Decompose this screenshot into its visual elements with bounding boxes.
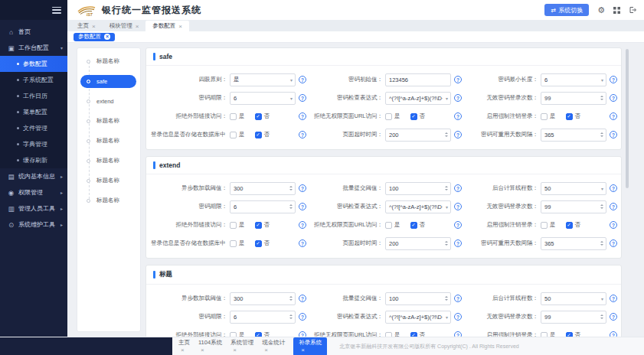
step-down-icon[interactable]	[600, 207, 603, 209]
close-icon[interactable]: ×	[92, 23, 96, 30]
help-icon[interactable]	[454, 131, 462, 138]
help-icon[interactable]	[610, 221, 617, 229]
step-up-icon[interactable]	[289, 314, 293, 316]
help-icon[interactable]	[454, 76, 462, 83]
checkbox-checked[interactable]	[255, 132, 262, 138]
help-icon[interactable]	[610, 331, 617, 337]
help-icon[interactable]	[454, 203, 462, 210]
step-up-icon[interactable]	[600, 132, 603, 134]
step-down-icon[interactable]	[600, 99, 603, 100]
checkbox-option[interactable]: 否	[255, 331, 270, 337]
step-up-icon[interactable]	[445, 241, 448, 243]
step-up-icon[interactable]	[600, 241, 603, 243]
step-down-icon[interactable]	[445, 135, 448, 137]
help-icon[interactable]	[454, 221, 462, 229]
checkbox-option[interactable]: 是	[230, 239, 245, 247]
help-icon[interactable]	[299, 313, 306, 321]
help-icon[interactable]	[454, 94, 462, 102]
stepper-icons[interactable]	[289, 293, 293, 305]
step-up-icon[interactable]	[289, 296, 293, 298]
checkbox-option[interactable]: 否	[255, 239, 270, 247]
help-icon[interactable]	[299, 331, 306, 337]
anchor-nav-item[interactable]: 标题名称	[77, 171, 140, 191]
checkbox-option[interactable]: 是	[385, 112, 400, 120]
help-icon[interactable]	[299, 295, 306, 302]
number-input[interactable]: 100	[385, 182, 451, 195]
step-up-icon[interactable]	[445, 296, 448, 298]
select-input[interactable]: 是	[230, 73, 296, 86]
number-input[interactable]: 200	[385, 129, 451, 142]
checkbox[interactable]	[230, 113, 237, 120]
anchor-nav-item[interactable]: safe	[77, 71, 140, 91]
checkbox-option[interactable]: 否	[566, 221, 581, 229]
help-icon[interactable]	[299, 131, 306, 138]
checkbox-option[interactable]: 是	[230, 112, 245, 120]
logout-icon[interactable]	[629, 6, 636, 14]
chip-close-icon[interactable]: ×	[104, 34, 110, 40]
step-down-icon[interactable]	[289, 189, 293, 191]
checkbox[interactable]	[230, 222, 237, 229]
checkbox[interactable]	[541, 222, 548, 229]
step-down-icon[interactable]	[445, 244, 448, 246]
sidebar-collapse-icon[interactable]	[52, 7, 61, 14]
checkbox-option[interactable]: 否	[566, 112, 581, 120]
help-icon[interactable]	[610, 112, 617, 120]
anchor-nav-item[interactable]: 标题名称	[77, 131, 140, 151]
help-icon[interactable]	[299, 94, 306, 102]
help-icon[interactable]	[610, 239, 617, 247]
stepper-icons[interactable]	[289, 183, 293, 194]
checkbox-option[interactable]: 否	[566, 331, 581, 337]
sidebar-subitem[interactable]: 参数配置	[0, 56, 67, 72]
checkbox-checked[interactable]	[566, 113, 573, 120]
help-icon[interactable]	[299, 203, 306, 210]
step-up-icon[interactable]	[600, 204, 603, 206]
checkbox-option[interactable]: 是	[541, 112, 556, 120]
step-down-icon[interactable]	[600, 244, 603, 246]
step-up-icon[interactable]	[445, 132, 448, 134]
checkbox-option[interactable]: 是	[230, 331, 245, 337]
help-icon[interactable]	[610, 313, 617, 321]
number-input[interactable]: 365	[541, 129, 606, 142]
sidebar-subitem[interactable]: 字典管理	[0, 136, 67, 152]
checkbox-checked[interactable]	[255, 222, 262, 229]
number-input[interactable]: 99	[541, 311, 606, 324]
sidebar-item-maintenance[interactable]: ⊙系统维护工具▸	[0, 217, 67, 233]
help-icon[interactable]	[454, 239, 462, 247]
help-icon[interactable]	[299, 76, 306, 83]
help-icon[interactable]	[454, 295, 462, 302]
checkbox[interactable]	[230, 240, 237, 247]
checkbox-option[interactable]: 否	[255, 131, 270, 138]
anchor-nav-item[interactable]: 标题名称	[77, 51, 140, 71]
checkbox-option[interactable]: 是	[385, 221, 400, 229]
number-input[interactable]: 99	[541, 200, 606, 213]
step-down-icon[interactable]	[600, 318, 603, 319]
number-input[interactable]: 365	[541, 237, 606, 250]
step-down-icon[interactable]	[289, 207, 293, 209]
sidebar-item-info[interactable]: ▤统内基本信息▸	[0, 168, 67, 184]
checkbox-checked[interactable]	[410, 113, 417, 120]
step-up-icon[interactable]	[289, 186, 293, 187]
close-icon[interactable]: ×	[181, 347, 185, 353]
stepper-icons[interactable]	[445, 183, 448, 194]
stepper-icons[interactable]	[600, 201, 603, 213]
anchor-nav-item[interactable]: 标题名称	[77, 111, 140, 131]
checkbox[interactable]	[385, 113, 392, 120]
select-input[interactable]: 6	[541, 73, 606, 86]
help-icon[interactable]	[610, 94, 617, 102]
number-input[interactable]: 300	[230, 182, 296, 195]
footer-tab[interactable]: 系统管理×	[230, 339, 253, 353]
stepper-icons[interactable]	[600, 238, 603, 249]
gear-icon[interactable]: ⚙	[597, 6, 605, 15]
checkbox-option[interactable]: 是	[541, 221, 556, 229]
select-input[interactable]: 6	[230, 92, 296, 105]
close-icon[interactable]: ×	[136, 23, 139, 30]
number-input[interactable]: 200	[385, 237, 451, 250]
sidebar-subitem[interactable]: 工作日历	[0, 88, 67, 104]
close-icon[interactable]: ×	[301, 347, 305, 353]
select-input[interactable]: 50	[541, 182, 606, 195]
select-input[interactable]: ^(?![^a-zA-z]+$)(?!\D+$)[(0-9A-Z..	[385, 92, 451, 105]
close-icon[interactable]: ×	[201, 347, 204, 353]
close-icon[interactable]: ×	[178, 23, 182, 30]
stepper-icons[interactable]	[600, 129, 603, 141]
select-input[interactable]: ^(?![^a-zA-z]+$)(?!\D+$)[(0-9A-Z..	[385, 311, 451, 324]
